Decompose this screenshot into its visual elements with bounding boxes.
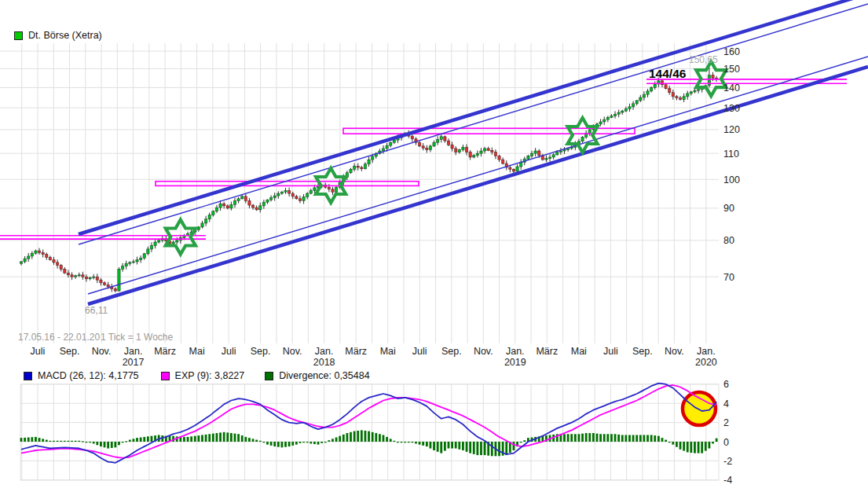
month-label: Juli	[222, 346, 236, 357]
candle-up	[215, 207, 218, 211]
candle-down	[447, 141, 449, 145]
candle-down	[712, 75, 714, 79]
price-axis-label: 80	[723, 235, 734, 246]
divergence-bar	[252, 439, 255, 442]
month-label: Sep.	[441, 346, 462, 357]
year-label: 2019	[504, 357, 526, 368]
candle-up	[548, 157, 551, 159]
divergence-bar	[96, 442, 98, 445]
divergence-bar	[302, 442, 305, 442]
divergence-bar	[466, 442, 468, 452]
divergence-bar	[143, 437, 145, 442]
candle-down	[71, 275, 73, 277]
price-axis-label: 140	[723, 83, 740, 94]
divergence-bar	[610, 434, 613, 442]
macd-legend-item: MACD (26, 12): 4,1775	[24, 370, 139, 381]
divergence-bar	[621, 435, 624, 442]
candle-down	[509, 167, 511, 169]
candle-up	[259, 206, 262, 210]
candle-down	[455, 149, 457, 152]
divergence-bar	[498, 442, 500, 456]
candle-up	[150, 245, 152, 248]
divergence-bar	[190, 436, 192, 442]
divergence-bar	[317, 442, 320, 445]
candle-down	[501, 160, 504, 163]
month-label: März	[154, 346, 176, 357]
divergence-bar	[683, 442, 685, 451]
divergence-bar	[57, 441, 59, 442]
divergence-bar	[599, 434, 602, 442]
divergence-bar	[383, 435, 385, 442]
divergence-bar	[35, 437, 37, 442]
candle-up	[154, 242, 156, 245]
candle-up	[27, 256, 30, 259]
divergence-bar	[284, 442, 287, 447]
instrument-swatch-icon	[14, 31, 23, 40]
price-axis-label: 130	[723, 103, 740, 114]
divergence-bar	[183, 437, 185, 442]
candle-up	[269, 198, 272, 200]
candle-up	[646, 91, 649, 94]
month-label: Nov.	[474, 346, 493, 357]
candle-down	[291, 193, 294, 196]
divergence-bar	[78, 441, 80, 442]
candle-up	[429, 146, 431, 150]
divergence-bar	[698, 442, 700, 453]
month-label: Jan.	[315, 346, 334, 357]
divergence-bar	[687, 442, 689, 452]
candle-up	[643, 94, 645, 97]
divergence-bar	[491, 442, 493, 456]
divergence-bar	[140, 438, 142, 442]
candle-up	[176, 240, 178, 242]
candle-up	[212, 211, 214, 215]
candle-up	[632, 104, 634, 107]
candle-up	[621, 111, 624, 112]
month-label: Jan.	[124, 346, 143, 357]
price-axis-label: 150	[723, 64, 740, 75]
candle-up	[93, 277, 95, 277]
divergence-bar	[350, 432, 352, 442]
candle-up	[89, 277, 91, 278]
candle-up	[125, 263, 127, 266]
candle-up	[353, 166, 355, 169]
macd-axis-label: 6	[723, 379, 729, 390]
divergence-bar	[624, 435, 627, 442]
candle-down	[426, 148, 428, 149]
divergence-bar	[650, 435, 653, 442]
divergence-bar	[581, 434, 584, 442]
instrument-legend: Dt. Börse (Xetra)	[14, 30, 102, 41]
divergence-bar	[27, 438, 30, 442]
candle-up	[302, 197, 305, 201]
divergence-bar	[273, 442, 276, 446]
candle-down	[298, 199, 301, 201]
divergence-bar	[281, 442, 284, 447]
month-label: Mai	[380, 346, 396, 357]
stock-chart-window: 160150140130120110100908070JuliSep.Nov.J…	[0, 0, 868, 492]
candle-up	[219, 204, 222, 207]
candle-up	[350, 169, 352, 172]
candle-down	[665, 85, 667, 89]
divergence-bar	[426, 442, 428, 446]
divergence-bar	[331, 439, 334, 442]
candle-down	[672, 93, 674, 97]
month-label: Mai	[571, 346, 587, 357]
divergence-bar	[93, 442, 95, 443]
candle-down	[411, 136, 413, 139]
divergence-bar	[357, 431, 359, 442]
divergence-bar	[469, 442, 471, 453]
candle-up	[534, 151, 537, 153]
divergence-histogram	[20, 430, 718, 456]
macd-axis-label: 2	[723, 417, 729, 428]
divergence-bar	[596, 434, 599, 442]
candle-up	[436, 139, 438, 142]
candle-down	[251, 205, 254, 207]
divergence-bar	[646, 435, 649, 442]
candle-down	[49, 257, 51, 259]
macd-axis-label: -4	[723, 475, 732, 486]
recent-high-label: 150,65	[689, 54, 718, 65]
divergence-bar	[201, 435, 203, 442]
candle-up	[20, 262, 22, 263]
divergence-bar	[574, 434, 577, 442]
candle-up	[690, 92, 692, 94]
candle-down	[56, 263, 58, 266]
